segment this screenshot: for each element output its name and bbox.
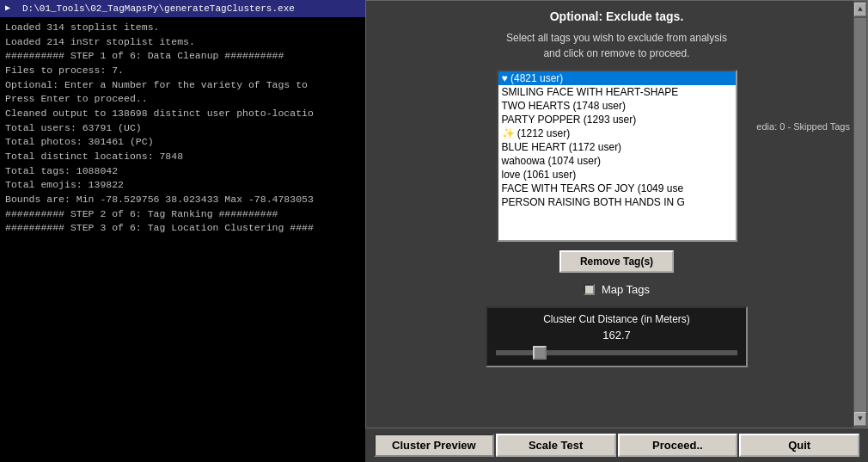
terminal-line: ########## STEP 1 of 6: Data Cleanup ###… xyxy=(5,49,360,64)
subtitle-line1: Select all tags you wish to exclude from… xyxy=(506,32,727,44)
terminal-output: Loaded 314 stoplist items.Loaded 214 inS… xyxy=(0,17,365,462)
terminal-panel: ▶ D:\01_Tools\02_TagMapsPy\generateTagCl… xyxy=(0,0,365,462)
bottom-buttons: Cluster Preview Scale Test Proceed.. Qui… xyxy=(365,428,868,462)
cluster-preview-button[interactable]: Cluster Preview xyxy=(374,434,494,457)
terminal-line: Press Enter to proceed.. xyxy=(5,92,360,107)
proceed-button[interactable]: Proceed.. xyxy=(618,434,738,457)
tag-list-container[interactable]: ♥ (4821 user)SMILING FACE WITH HEART-SHA… xyxy=(497,70,737,242)
cluster-distance-title: Cluster Cut Distance (in Meters) xyxy=(496,313,737,325)
dialog-title: Optional: Exclude tags. xyxy=(550,9,684,23)
tag-list-item[interactable]: ✨ (1212 user) xyxy=(498,126,736,140)
scrollbar-thumb xyxy=(854,18,866,412)
subtitle-line2: and click on remove to proceed. xyxy=(543,47,689,59)
terminal-line: Optional: Enter a Number for the variety… xyxy=(5,78,360,93)
terminal-line: Cleaned output to 138698 distinct user p… xyxy=(5,107,360,121)
cmd-icon: ▶ xyxy=(5,3,17,15)
title-bar-label: D:\01_Tools\02_TagMapsPy\generateTagClus… xyxy=(22,3,295,14)
remove-tags-button[interactable]: Remove Tag(s) xyxy=(559,250,674,273)
terminal-line: Loaded 214 inStr stoplist items. xyxy=(5,35,360,50)
tag-list-item[interactable]: ♥ (4821 user) xyxy=(498,71,736,85)
dialog-scrollbar: ▲ ▼ xyxy=(853,1,867,428)
terminal-line: Total photos: 301461 (PC) xyxy=(5,135,360,150)
tag-list-item[interactable]: PARTY POPPER (1293 user) xyxy=(498,113,736,126)
terminal-line: Total emojis: 139822 xyxy=(5,178,360,193)
terminal-line: ########## STEP 2 of 6: Tag Ranking ####… xyxy=(5,207,360,222)
scale-test-button[interactable]: Scale Test xyxy=(496,434,616,457)
scrollbar-down-arrow[interactable]: ▼ xyxy=(854,412,866,426)
cluster-distance-box: Cluster Cut Distance (in Meters) 162.7 xyxy=(486,306,748,367)
tag-list-item[interactable]: BLUE HEART (1172 user) xyxy=(498,140,736,154)
quit-button[interactable]: Quit xyxy=(739,434,859,457)
tag-list-item[interactable]: PERSON RAISING BOTH HANDS IN G xyxy=(498,195,736,209)
scrollbar-up-arrow[interactable]: ▲ xyxy=(854,3,866,16)
right-panel: Optional: Exclude tags. Select all tags … xyxy=(365,0,868,462)
terminal-line: ########## STEP 3 of 6: Tag Location Clu… xyxy=(5,221,360,236)
tag-list-item[interactable]: FACE WITH TEARS OF JOY (1049 use xyxy=(498,182,736,195)
cluster-distance-value: 162.7 xyxy=(496,329,737,342)
tag-list-item[interactable]: love (1061 user) xyxy=(498,168,736,182)
terminal-line: Total tags: 1088042 xyxy=(5,164,360,179)
cluster-distance-slider[interactable] xyxy=(496,350,737,355)
title-bar: ▶ D:\01_Tools\02_TagMapsPy\generateTagCl… xyxy=(0,0,365,17)
dialog: Optional: Exclude tags. Select all tags … xyxy=(365,0,868,428)
tag-list-item[interactable]: wahoowa (1074 user) xyxy=(498,154,736,168)
tag-list-item[interactable]: TWO HEARTS (1748 user) xyxy=(498,99,736,113)
tag-list-item[interactable]: SMILING FACE WITH HEART-SHAPE xyxy=(498,85,736,99)
terminal-line: Loaded 314 stoplist items. xyxy=(5,21,360,35)
tag-list: ♥ (4821 user)SMILING FACE WITH HEART-SHA… xyxy=(498,71,736,209)
map-tags-row: Map Tags xyxy=(584,283,650,296)
dialog-subtitle: Select all tags you wish to exclude from… xyxy=(506,30,727,61)
terminal-line: Total distinct locations: 7848 xyxy=(5,150,360,164)
map-tags-label: Map Tags xyxy=(602,283,650,296)
terminal-line: Total users: 63791 (UC) xyxy=(5,121,360,136)
status-hint: edia: 0 - Skipped Tags xyxy=(756,121,850,132)
map-tags-checkbox[interactable] xyxy=(584,284,595,295)
terminal-line: Files to process: 7. xyxy=(5,64,360,78)
terminal-line: Bounds are: Min -78.529756 38.023433 Max… xyxy=(5,193,360,207)
